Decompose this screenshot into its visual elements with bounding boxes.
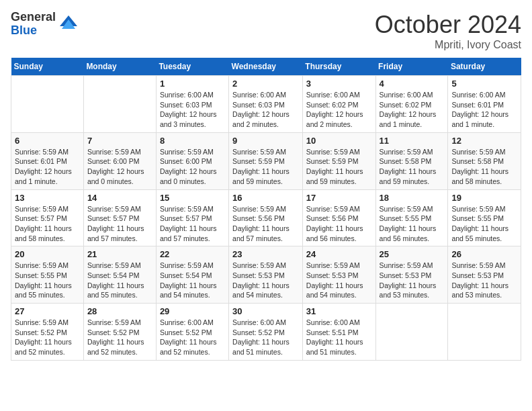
month-title: October 2024 xyxy=(375,11,521,39)
day-info: Sunrise: 5:59 AM Sunset: 5:58 PM Dayligh… xyxy=(451,147,517,187)
calendar-body: 1Sunrise: 6:00 AM Sunset: 6:03 PM Daylig… xyxy=(11,76,521,361)
day-info: Sunrise: 5:59 AM Sunset: 5:56 PM Dayligh… xyxy=(306,204,372,244)
day-info: Sunrise: 5:59 AM Sunset: 5:59 PM Dayligh… xyxy=(232,147,299,187)
calendar-cell xyxy=(375,304,448,361)
day-number: 26 xyxy=(451,249,517,259)
day-number: 30 xyxy=(232,306,299,316)
calendar-cell: 11Sunrise: 5:59 AM Sunset: 5:58 PM Dayli… xyxy=(375,132,448,189)
day-info: Sunrise: 6:00 AM Sunset: 5:51 PM Dayligh… xyxy=(306,318,372,357)
header-sunday: Sunday xyxy=(11,58,84,76)
calendar-cell: 4Sunrise: 6:00 AM Sunset: 6:02 PM Daylig… xyxy=(375,76,448,133)
calendar-cell: 16Sunrise: 5:59 AM Sunset: 5:56 PM Dayli… xyxy=(229,189,303,246)
day-number: 2 xyxy=(232,79,299,89)
day-number: 3 xyxy=(306,79,372,89)
day-number: 5 xyxy=(451,79,517,89)
calendar-cell: 23Sunrise: 5:59 AM Sunset: 5:53 PM Dayli… xyxy=(229,246,303,304)
calendar-cell: 7Sunrise: 5:59 AM Sunset: 6:00 PM Daylig… xyxy=(83,132,156,189)
day-info: Sunrise: 6:00 AM Sunset: 6:03 PM Dayligh… xyxy=(232,90,299,130)
day-number: 19 xyxy=(451,193,517,203)
day-info: Sunrise: 5:59 AM Sunset: 5:53 PM Dayligh… xyxy=(451,261,517,300)
day-number: 27 xyxy=(15,306,80,316)
header-thursday: Thursday xyxy=(302,58,375,76)
day-info: Sunrise: 6:00 AM Sunset: 5:52 PM Dayligh… xyxy=(160,318,225,357)
day-info: Sunrise: 5:59 AM Sunset: 5:53 PM Dayligh… xyxy=(380,261,445,300)
day-info: Sunrise: 6:00 AM Sunset: 6:01 PM Dayligh… xyxy=(451,90,517,130)
calendar-cell: 1Sunrise: 6:00 AM Sunset: 6:03 PM Daylig… xyxy=(156,76,228,133)
day-number: 9 xyxy=(232,136,299,146)
calendar-cell: 6Sunrise: 5:59 AM Sunset: 6:01 PM Daylig… xyxy=(11,132,84,189)
header-wednesday: Wednesday xyxy=(229,58,303,76)
day-number: 18 xyxy=(380,193,445,203)
day-info: Sunrise: 5:59 AM Sunset: 5:53 PM Dayligh… xyxy=(232,261,299,300)
day-info: Sunrise: 5:59 AM Sunset: 6:00 PM Dayligh… xyxy=(87,147,152,187)
calendar-cell xyxy=(11,76,84,133)
calendar-cell: 31Sunrise: 6:00 AM Sunset: 5:51 PM Dayli… xyxy=(302,304,375,361)
calendar-cell: 12Sunrise: 5:59 AM Sunset: 5:58 PM Dayli… xyxy=(448,132,521,189)
day-number: 12 xyxy=(451,136,517,146)
calendar-cell: 3Sunrise: 6:00 AM Sunset: 6:02 PM Daylig… xyxy=(302,76,375,133)
day-number: 6 xyxy=(15,136,80,146)
day-number: 22 xyxy=(160,249,225,259)
day-info: Sunrise: 6:00 AM Sunset: 5:52 PM Dayligh… xyxy=(232,318,299,357)
day-info: Sunrise: 5:59 AM Sunset: 5:52 PM Dayligh… xyxy=(87,318,152,357)
day-info: Sunrise: 5:59 AM Sunset: 5:52 PM Dayligh… xyxy=(15,318,80,357)
calendar-cell: 15Sunrise: 5:59 AM Sunset: 5:57 PM Dayli… xyxy=(156,189,228,246)
calendar-header: SundayMondayTuesdayWednesdayThursdayFrid… xyxy=(11,58,521,76)
day-number: 21 xyxy=(87,249,152,259)
day-info: Sunrise: 5:59 AM Sunset: 5:57 PM Dayligh… xyxy=(87,204,152,244)
calendar-cell: 8Sunrise: 5:59 AM Sunset: 6:00 PM Daylig… xyxy=(156,132,228,189)
calendar-cell: 17Sunrise: 5:59 AM Sunset: 5:56 PM Dayli… xyxy=(302,189,375,246)
calendar-cell: 5Sunrise: 6:00 AM Sunset: 6:01 PM Daylig… xyxy=(448,76,521,133)
day-info: Sunrise: 5:59 AM Sunset: 5:58 PM Dayligh… xyxy=(380,147,445,187)
day-number: 24 xyxy=(306,249,372,259)
calendar-cell: 9Sunrise: 5:59 AM Sunset: 5:59 PM Daylig… xyxy=(229,132,303,189)
calendar-cell: 24Sunrise: 5:59 AM Sunset: 5:53 PM Dayli… xyxy=(302,246,375,304)
day-info: Sunrise: 5:59 AM Sunset: 6:00 PM Dayligh… xyxy=(160,147,225,187)
day-info: Sunrise: 5:59 AM Sunset: 5:55 PM Dayligh… xyxy=(451,204,517,244)
calendar-cell: 13Sunrise: 5:59 AM Sunset: 5:57 PM Dayli… xyxy=(11,189,84,246)
day-info: Sunrise: 5:59 AM Sunset: 5:55 PM Dayligh… xyxy=(380,204,445,244)
day-info: Sunrise: 5:59 AM Sunset: 5:59 PM Dayligh… xyxy=(306,147,372,187)
day-number: 8 xyxy=(160,136,225,146)
day-info: Sunrise: 6:00 AM Sunset: 6:03 PM Dayligh… xyxy=(160,90,225,130)
day-number: 31 xyxy=(306,306,372,316)
day-info: Sunrise: 6:00 AM Sunset: 6:02 PM Dayligh… xyxy=(380,90,445,130)
week-row-3: 20Sunrise: 5:59 AM Sunset: 5:55 PM Dayli… xyxy=(11,246,521,304)
day-number: 13 xyxy=(15,193,80,203)
calendar-cell: 26Sunrise: 5:59 AM Sunset: 5:53 PM Dayli… xyxy=(448,246,521,304)
calendar-cell: 19Sunrise: 5:59 AM Sunset: 5:55 PM Dayli… xyxy=(448,189,521,246)
calendar-cell: 25Sunrise: 5:59 AM Sunset: 5:53 PM Dayli… xyxy=(375,246,448,304)
week-row-1: 6Sunrise: 5:59 AM Sunset: 6:01 PM Daylig… xyxy=(11,132,521,189)
day-number: 29 xyxy=(160,306,225,316)
week-row-2: 13Sunrise: 5:59 AM Sunset: 5:57 PM Dayli… xyxy=(11,189,521,246)
calendar-cell: 14Sunrise: 5:59 AM Sunset: 5:57 PM Dayli… xyxy=(83,189,156,246)
calendar-cell: 20Sunrise: 5:59 AM Sunset: 5:55 PM Dayli… xyxy=(11,246,84,304)
calendar-cell: 27Sunrise: 5:59 AM Sunset: 5:52 PM Dayli… xyxy=(11,304,84,361)
calendar-cell: 2Sunrise: 6:00 AM Sunset: 6:03 PM Daylig… xyxy=(229,76,303,133)
header-row: SundayMondayTuesdayWednesdayThursdayFrid… xyxy=(11,58,521,76)
header-monday: Monday xyxy=(83,58,156,76)
day-number: 7 xyxy=(87,136,152,146)
day-info: Sunrise: 5:59 AM Sunset: 5:55 PM Dayligh… xyxy=(15,261,80,300)
location: Mpriti, Ivory Coast xyxy=(375,39,521,51)
day-number: 10 xyxy=(306,136,372,146)
calendar-cell xyxy=(448,304,521,361)
calendar-table: SundayMondayTuesdayWednesdayThursdayFrid… xyxy=(11,58,521,361)
day-number: 4 xyxy=(380,79,445,89)
calendar-cell: 28Sunrise: 5:59 AM Sunset: 5:52 PM Dayli… xyxy=(83,304,156,361)
day-info: Sunrise: 5:59 AM Sunset: 5:53 PM Dayligh… xyxy=(306,261,372,300)
day-number: 25 xyxy=(380,249,445,259)
day-number: 1 xyxy=(160,79,225,89)
day-number: 11 xyxy=(380,136,445,146)
day-info: Sunrise: 5:59 AM Sunset: 5:57 PM Dayligh… xyxy=(15,204,80,244)
week-row-0: 1Sunrise: 6:00 AM Sunset: 6:03 PM Daylig… xyxy=(11,76,521,133)
day-number: 28 xyxy=(87,306,152,316)
logo-general: General xyxy=(11,11,56,24)
page-header: General Blue October 2024 Mpriti, Ivory … xyxy=(11,11,521,51)
day-info: Sunrise: 5:59 AM Sunset: 5:54 PM Dayligh… xyxy=(160,261,225,300)
day-number: 17 xyxy=(306,193,372,203)
header-tuesday: Tuesday xyxy=(156,58,228,76)
logo: General Blue xyxy=(11,11,79,38)
day-info: Sunrise: 5:59 AM Sunset: 6:01 PM Dayligh… xyxy=(15,147,80,187)
calendar-cell: 29Sunrise: 6:00 AM Sunset: 5:52 PM Dayli… xyxy=(156,304,228,361)
